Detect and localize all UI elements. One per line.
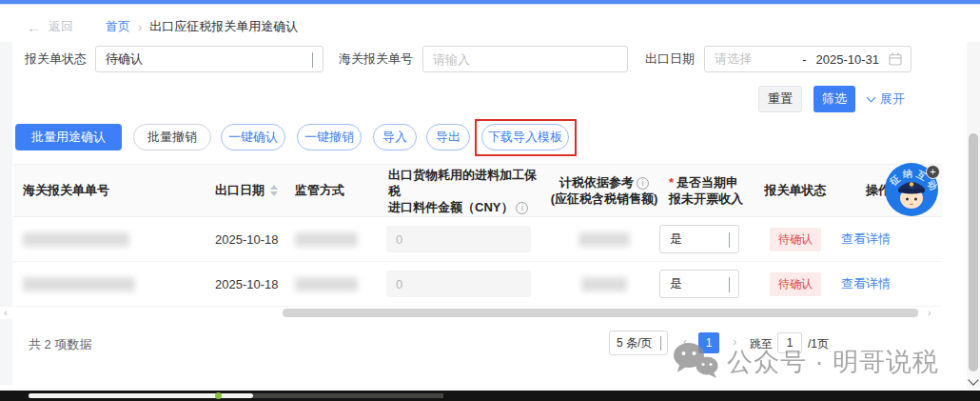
export-date-label: 出口日期 — [645, 50, 695, 68]
top-accent-bar — [0, 0, 980, 5]
page-left-gutter — [0, 42, 12, 385]
uninvoiced-header-line1: 是否当期申 — [676, 175, 738, 190]
info-icon[interactable]: i — [516, 202, 528, 214]
import-button[interactable]: 导入 — [373, 124, 417, 150]
uninvoiced-select[interactable]: 是 — [659, 225, 739, 253]
date-range-separator: - — [802, 52, 812, 67]
action-cell: 查看详情 — [839, 275, 942, 292]
video-progress-bar[interactable] — [0, 391, 980, 401]
bonded-amount-cell: 0 — [379, 226, 547, 252]
bonded-header-line1: 出口货物耗用的进料加工保税 — [388, 167, 547, 199]
col-header-export-date[interactable]: 出口日期 — [202, 165, 287, 216]
declaration-no-field[interactable] — [422, 46, 628, 72]
breadcrumb: ← 返回 首页 › 出口应征税报关单用途确认 — [27, 17, 298, 36]
uninvoiced-select-value: 是 — [660, 231, 682, 248]
supervision-cell-redacted — [287, 277, 379, 291]
back-arrow-icon[interactable]: ← — [27, 19, 41, 35]
scroll-right-icon[interactable]: › — [928, 307, 931, 318]
status-select[interactable]: 待确认 — [95, 46, 323, 72]
jump-to-label: 跳至 — [750, 336, 773, 352]
batch-confirm-button[interactable]: 批量用途确认 — [15, 124, 122, 150]
one-click-revoke-button[interactable]: 一键撤销 — [297, 124, 362, 150]
expand-toggle[interactable]: 展开 — [868, 90, 905, 108]
jump-page-input[interactable] — [777, 332, 802, 353]
status-badge: 待确认 — [770, 272, 821, 296]
one-click-confirm-button[interactable]: 一键确认 — [221, 124, 285, 150]
table-horizontal-scrollbar[interactable]: ‹ › — [0, 307, 942, 319]
uninvoiced-select-value: 是 — [660, 275, 682, 292]
chevron-down-icon — [729, 232, 730, 247]
vertical-scrollbar-thumb[interactable] — [969, 133, 978, 371]
status-cell: 待确认 — [752, 228, 839, 251]
action-cell: 查看详情 — [839, 231, 942, 248]
calendar-icon[interactable] — [889, 52, 902, 66]
back-button[interactable]: 返回 — [49, 18, 73, 35]
next-page-icon[interactable]: › — [733, 334, 736, 349]
sort-icon[interactable] — [270, 185, 278, 196]
page-title: 出口应征税报关单用途确认 — [149, 18, 298, 35]
filter-button[interactable]: 筛选 — [813, 86, 855, 112]
tax-basis-header-line1: 计税依据参考 — [559, 175, 634, 190]
view-details-link[interactable]: 查看详情 — [839, 231, 891, 246]
bonded-amount-cell: 0 — [379, 271, 547, 297]
tax-basis-cell-redacted — [547, 277, 661, 291]
export-date-cell: 2025-10-18 — [202, 277, 287, 291]
video-progress-buffer — [253, 393, 443, 398]
table-row: 2025-10-18 0 是 待确认 查看详情 — [13, 217, 942, 262]
status-badge: 待确认 — [770, 228, 821, 251]
video-progress-marker — [215, 392, 222, 399]
export-button[interactable]: 导出 — [426, 124, 470, 150]
breadcrumb-home-link[interactable]: 首页 — [106, 18, 130, 35]
supervision-cell-redacted — [287, 232, 379, 247]
date-end-value[interactable]: 2025-10-31 — [813, 52, 880, 67]
prev-page-icon[interactable]: ‹ — [683, 334, 687, 349]
info-icon[interactable]: i — [637, 177, 649, 190]
declaration-no-input[interactable] — [423, 52, 627, 67]
customs-no-cell-redacted — [13, 232, 202, 247]
uninvoiced-select[interactable]: 是 — [659, 270, 739, 298]
uninvoiced-header-line2: 报未开票收入 — [669, 190, 743, 207]
col-header-tax-basis: 计税依据参考i (应征税含税销售额) — [547, 165, 661, 216]
export-date-header-label: 出口日期 — [202, 182, 265, 199]
page-total-text: /1页 — [808, 336, 829, 352]
bonded-header-line2: 进口料件金额（CNY） — [388, 200, 513, 214]
bonded-amount-input-disabled: 0 — [386, 226, 531, 252]
table-header-row: 海关报关单单号 出口日期 监管方式 出口货物耗用的进料加工保税 进口料件金额（C… — [13, 164, 942, 217]
page-number-button[interactable]: 1 — [698, 332, 719, 353]
batch-revoke-button[interactable]: 批量撤销 — [133, 124, 211, 150]
col-header-uninvoiced: *是否当期申 报未开票收入 — [661, 165, 752, 216]
expand-label: 展开 — [880, 90, 905, 108]
reset-button[interactable]: 重置 — [758, 86, 802, 112]
chevron-down-icon — [312, 52, 313, 67]
col-header-customs-no: 海关报关单单号 — [13, 165, 202, 216]
download-template-button[interactable]: 下载导入模板 — [481, 124, 569, 150]
chevron-down-icon — [729, 277, 730, 291]
declaration-no-label: 海关报关单号 — [339, 50, 413, 68]
chevron-down-icon — [660, 336, 661, 350]
uninvoiced-cell: 是 — [661, 225, 752, 253]
chevron-down-icon — [867, 93, 876, 103]
bonded-amount-input-disabled: 0 — [386, 271, 531, 297]
col-header-bonded-amount: 出口货物耗用的进料加工保税 进口料件金额（CNY）i — [379, 165, 547, 216]
tax-basis-header-line2: (应征税含税销售额) — [551, 190, 658, 207]
page-size-select[interactable]: 5 条/页 — [609, 331, 668, 355]
scroll-left-icon[interactable]: ‹ — [4, 307, 8, 318]
breadcrumb-separator-icon: › — [138, 20, 142, 34]
declarations-table: 海关报关单单号 出口日期 监管方式 出口货物耗用的进料加工保税 进口料件金额（C… — [13, 164, 942, 307]
horizontal-scrollbar-thumb[interactable] — [283, 309, 918, 317]
required-mark: * — [669, 175, 674, 190]
export-date-range-picker[interactable]: 请选择 - 2025-10-31 — [704, 46, 911, 72]
tax-basis-cell-redacted — [547, 232, 661, 247]
table-row: 2025-10-18 0 是 待确认 查看详情 — [13, 262, 942, 307]
date-start-placeholder[interactable]: 请选择 — [705, 50, 802, 68]
col-header-supervision: 监管方式 — [287, 165, 379, 216]
status-cell: 待确认 — [752, 272, 839, 296]
customs-no-cell-redacted — [13, 277, 202, 291]
view-details-link[interactable]: 查看详情 — [839, 276, 891, 291]
page-size-value: 5 条/页 — [610, 335, 652, 351]
mascot-plus-badge[interactable]: + — [926, 165, 940, 179]
total-count-text: 共 2 项数据 — [29, 336, 91, 353]
status-filter-label: 报关单状态 — [25, 50, 87, 68]
status-select-value: 待确认 — [96, 50, 143, 68]
screen: ← 返回 首页 › 出口应征税报关单用途确认 报关单状态 待确认 海关报关单号 … — [0, 0, 980, 401]
